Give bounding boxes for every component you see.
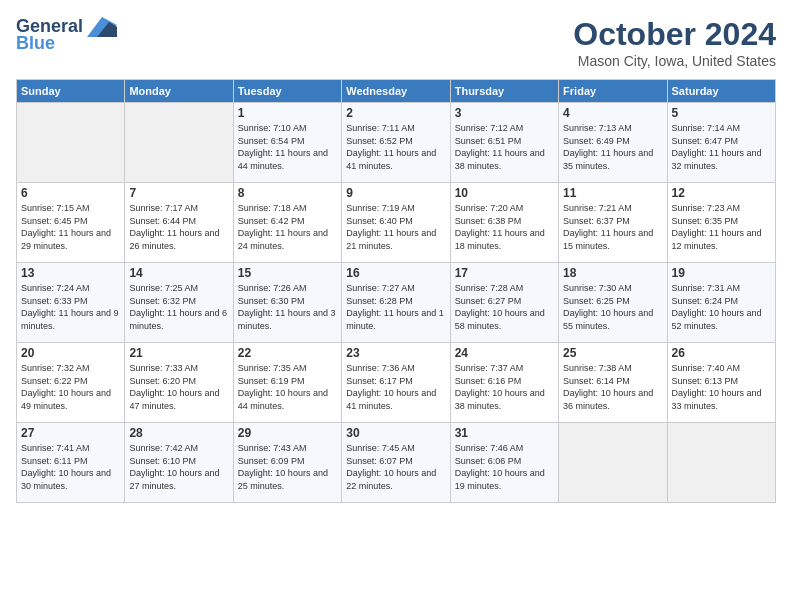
day-cell: 5Sunrise: 7:14 AMSunset: 6:47 PMDaylight… bbox=[667, 103, 775, 183]
day-info: Sunrise: 7:31 AMSunset: 6:24 PMDaylight:… bbox=[672, 282, 771, 332]
day-info: Sunrise: 7:20 AMSunset: 6:38 PMDaylight:… bbox=[455, 202, 554, 252]
calendar-subtitle: Mason City, Iowa, United States bbox=[573, 53, 776, 69]
day-number: 4 bbox=[563, 106, 662, 120]
day-cell: 3Sunrise: 7:12 AMSunset: 6:51 PMDaylight… bbox=[450, 103, 558, 183]
day-cell: 23Sunrise: 7:36 AMSunset: 6:17 PMDayligh… bbox=[342, 343, 450, 423]
week-row-4: 20Sunrise: 7:32 AMSunset: 6:22 PMDayligh… bbox=[17, 343, 776, 423]
day-number: 2 bbox=[346, 106, 445, 120]
day-number: 30 bbox=[346, 426, 445, 440]
week-row-1: 1Sunrise: 7:10 AMSunset: 6:54 PMDaylight… bbox=[17, 103, 776, 183]
header-wednesday: Wednesday bbox=[342, 80, 450, 103]
day-cell: 16Sunrise: 7:27 AMSunset: 6:28 PMDayligh… bbox=[342, 263, 450, 343]
day-info: Sunrise: 7:14 AMSunset: 6:47 PMDaylight:… bbox=[672, 122, 771, 172]
day-cell: 28Sunrise: 7:42 AMSunset: 6:10 PMDayligh… bbox=[125, 423, 233, 503]
day-number: 10 bbox=[455, 186, 554, 200]
day-info: Sunrise: 7:32 AMSunset: 6:22 PMDaylight:… bbox=[21, 362, 120, 412]
day-cell: 29Sunrise: 7:43 AMSunset: 6:09 PMDayligh… bbox=[233, 423, 341, 503]
day-number: 1 bbox=[238, 106, 337, 120]
day-info: Sunrise: 7:26 AMSunset: 6:30 PMDaylight:… bbox=[238, 282, 337, 332]
day-info: Sunrise: 7:12 AMSunset: 6:51 PMDaylight:… bbox=[455, 122, 554, 172]
day-number: 19 bbox=[672, 266, 771, 280]
day-number: 23 bbox=[346, 346, 445, 360]
day-cell: 10Sunrise: 7:20 AMSunset: 6:38 PMDayligh… bbox=[450, 183, 558, 263]
header-tuesday: Tuesday bbox=[233, 80, 341, 103]
header-row: Sunday Monday Tuesday Wednesday Thursday… bbox=[17, 80, 776, 103]
day-cell: 7Sunrise: 7:17 AMSunset: 6:44 PMDaylight… bbox=[125, 183, 233, 263]
day-number: 25 bbox=[563, 346, 662, 360]
day-info: Sunrise: 7:10 AMSunset: 6:54 PMDaylight:… bbox=[238, 122, 337, 172]
calendar-table: Sunday Monday Tuesday Wednesday Thursday… bbox=[16, 79, 776, 503]
day-number: 29 bbox=[238, 426, 337, 440]
day-cell bbox=[125, 103, 233, 183]
logo: General Blue bbox=[16, 16, 117, 54]
day-info: Sunrise: 7:45 AMSunset: 6:07 PMDaylight:… bbox=[346, 442, 445, 492]
day-cell: 20Sunrise: 7:32 AMSunset: 6:22 PMDayligh… bbox=[17, 343, 125, 423]
day-cell: 2Sunrise: 7:11 AMSunset: 6:52 PMDaylight… bbox=[342, 103, 450, 183]
day-info: Sunrise: 7:25 AMSunset: 6:32 PMDaylight:… bbox=[129, 282, 228, 332]
day-number: 13 bbox=[21, 266, 120, 280]
day-cell: 9Sunrise: 7:19 AMSunset: 6:40 PMDaylight… bbox=[342, 183, 450, 263]
day-number: 3 bbox=[455, 106, 554, 120]
day-info: Sunrise: 7:38 AMSunset: 6:14 PMDaylight:… bbox=[563, 362, 662, 412]
day-cell: 8Sunrise: 7:18 AMSunset: 6:42 PMDaylight… bbox=[233, 183, 341, 263]
day-number: 16 bbox=[346, 266, 445, 280]
day-info: Sunrise: 7:42 AMSunset: 6:10 PMDaylight:… bbox=[129, 442, 228, 492]
header-friday: Friday bbox=[559, 80, 667, 103]
day-info: Sunrise: 7:17 AMSunset: 6:44 PMDaylight:… bbox=[129, 202, 228, 252]
day-number: 26 bbox=[672, 346, 771, 360]
day-cell: 17Sunrise: 7:28 AMSunset: 6:27 PMDayligh… bbox=[450, 263, 558, 343]
day-number: 7 bbox=[129, 186, 228, 200]
day-info: Sunrise: 7:27 AMSunset: 6:28 PMDaylight:… bbox=[346, 282, 445, 332]
week-row-2: 6Sunrise: 7:15 AMSunset: 6:45 PMDaylight… bbox=[17, 183, 776, 263]
day-number: 6 bbox=[21, 186, 120, 200]
day-cell: 4Sunrise: 7:13 AMSunset: 6:49 PMDaylight… bbox=[559, 103, 667, 183]
day-cell: 14Sunrise: 7:25 AMSunset: 6:32 PMDayligh… bbox=[125, 263, 233, 343]
day-info: Sunrise: 7:19 AMSunset: 6:40 PMDaylight:… bbox=[346, 202, 445, 252]
day-info: Sunrise: 7:21 AMSunset: 6:37 PMDaylight:… bbox=[563, 202, 662, 252]
day-cell: 18Sunrise: 7:30 AMSunset: 6:25 PMDayligh… bbox=[559, 263, 667, 343]
day-cell: 26Sunrise: 7:40 AMSunset: 6:13 PMDayligh… bbox=[667, 343, 775, 423]
day-info: Sunrise: 7:23 AMSunset: 6:35 PMDaylight:… bbox=[672, 202, 771, 252]
day-number: 28 bbox=[129, 426, 228, 440]
day-cell: 1Sunrise: 7:10 AMSunset: 6:54 PMDaylight… bbox=[233, 103, 341, 183]
day-cell: 21Sunrise: 7:33 AMSunset: 6:20 PMDayligh… bbox=[125, 343, 233, 423]
day-info: Sunrise: 7:24 AMSunset: 6:33 PMDaylight:… bbox=[21, 282, 120, 332]
day-info: Sunrise: 7:15 AMSunset: 6:45 PMDaylight:… bbox=[21, 202, 120, 252]
day-info: Sunrise: 7:13 AMSunset: 6:49 PMDaylight:… bbox=[563, 122, 662, 172]
day-info: Sunrise: 7:37 AMSunset: 6:16 PMDaylight:… bbox=[455, 362, 554, 412]
day-cell: 19Sunrise: 7:31 AMSunset: 6:24 PMDayligh… bbox=[667, 263, 775, 343]
day-cell: 15Sunrise: 7:26 AMSunset: 6:30 PMDayligh… bbox=[233, 263, 341, 343]
day-number: 9 bbox=[346, 186, 445, 200]
day-cell: 25Sunrise: 7:38 AMSunset: 6:14 PMDayligh… bbox=[559, 343, 667, 423]
day-info: Sunrise: 7:36 AMSunset: 6:17 PMDaylight:… bbox=[346, 362, 445, 412]
day-number: 22 bbox=[238, 346, 337, 360]
day-info: Sunrise: 7:41 AMSunset: 6:11 PMDaylight:… bbox=[21, 442, 120, 492]
day-cell: 22Sunrise: 7:35 AMSunset: 6:19 PMDayligh… bbox=[233, 343, 341, 423]
day-info: Sunrise: 7:43 AMSunset: 6:09 PMDaylight:… bbox=[238, 442, 337, 492]
day-cell: 30Sunrise: 7:45 AMSunset: 6:07 PMDayligh… bbox=[342, 423, 450, 503]
title-block: October 2024 Mason City, Iowa, United St… bbox=[573, 16, 776, 69]
page-header: General Blue October 2024 Mason City, Io… bbox=[16, 16, 776, 69]
week-row-5: 27Sunrise: 7:41 AMSunset: 6:11 PMDayligh… bbox=[17, 423, 776, 503]
day-cell: 6Sunrise: 7:15 AMSunset: 6:45 PMDaylight… bbox=[17, 183, 125, 263]
calendar-title: October 2024 bbox=[573, 16, 776, 53]
day-number: 5 bbox=[672, 106, 771, 120]
header-thursday: Thursday bbox=[450, 80, 558, 103]
week-row-3: 13Sunrise: 7:24 AMSunset: 6:33 PMDayligh… bbox=[17, 263, 776, 343]
day-info: Sunrise: 7:40 AMSunset: 6:13 PMDaylight:… bbox=[672, 362, 771, 412]
header-monday: Monday bbox=[125, 80, 233, 103]
day-number: 27 bbox=[21, 426, 120, 440]
day-number: 20 bbox=[21, 346, 120, 360]
day-number: 14 bbox=[129, 266, 228, 280]
day-number: 17 bbox=[455, 266, 554, 280]
day-cell: 31Sunrise: 7:46 AMSunset: 6:06 PMDayligh… bbox=[450, 423, 558, 503]
day-cell bbox=[17, 103, 125, 183]
day-number: 12 bbox=[672, 186, 771, 200]
day-cell: 11Sunrise: 7:21 AMSunset: 6:37 PMDayligh… bbox=[559, 183, 667, 263]
day-cell: 24Sunrise: 7:37 AMSunset: 6:16 PMDayligh… bbox=[450, 343, 558, 423]
day-cell: 27Sunrise: 7:41 AMSunset: 6:11 PMDayligh… bbox=[17, 423, 125, 503]
day-number: 18 bbox=[563, 266, 662, 280]
day-cell: 13Sunrise: 7:24 AMSunset: 6:33 PMDayligh… bbox=[17, 263, 125, 343]
day-cell bbox=[667, 423, 775, 503]
day-number: 24 bbox=[455, 346, 554, 360]
